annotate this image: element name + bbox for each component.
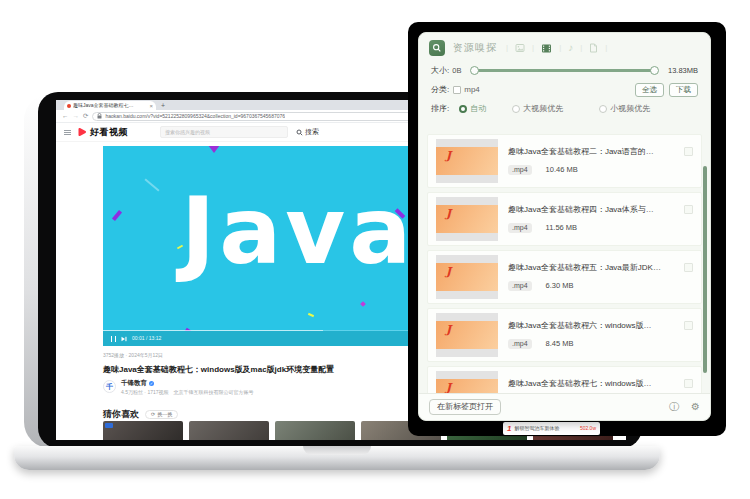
laptop-base <box>14 446 660 470</box>
search-button[interactable]: 搜索 <box>296 127 319 137</box>
refresh-label: 换一换 <box>157 412 172 417</box>
thumb-glyph: J <box>446 382 451 393</box>
hot-heat: 502.0w <box>580 426 596 431</box>
resource-thumbnail: J <box>436 371 498 393</box>
search-input[interactable]: 搜索你感兴趣的视频 <box>160 126 288 138</box>
item-checkbox[interactable] <box>684 147 693 156</box>
item-checkbox[interactable] <box>684 263 693 272</box>
size-label: 大小: <box>431 67 449 75</box>
radio-icon <box>599 105 607 113</box>
haokan-logo[interactable]: 好看视频 <box>77 127 128 137</box>
resource-item[interactable]: J 趣味Java全套基础教程六：windows版… .mp4 8.45 MB <box>427 308 702 362</box>
tab-title: 趣味Java全套基础教程七… <box>73 103 147 108</box>
panel-header: 资源嗅探 | | | ♪ | | <box>419 33 710 58</box>
search-box: 搜索你感兴趣的视频 搜索 <box>160 126 319 138</box>
refresh-button[interactable]: ⟳ 换一换 <box>145 410 178 419</box>
separator: | <box>532 44 534 52</box>
logo-text: 好看视频 <box>90 128 128 137</box>
video-thumbnail[interactable] <box>275 421 355 440</box>
file-ext-badge: .mp4 <box>508 339 532 349</box>
channel-name-row[interactable]: 千锋教育 ✓ <box>121 380 254 387</box>
sort-small-first-label: 小视频优先 <box>610 105 650 113</box>
size-filter-row: 大小: 0B 13.83MB <box>419 66 710 75</box>
slider-min-handle[interactable] <box>470 66 479 75</box>
sort-small-first-radio[interactable]: 小视频优先 <box>599 105 650 113</box>
resource-item[interactable]: J 趣味Java全套基础教程二：Java语言的… .mp4 10.46 MB <box>427 134 702 188</box>
item-checkbox[interactable] <box>684 379 693 388</box>
resource-title: 趣味Java全套基础教程四：Java体系与… <box>508 205 678 215</box>
thumb-glyph: J <box>446 324 451 335</box>
image-type-icon[interactable] <box>515 43 525 53</box>
browser-tab[interactable]: 趣味Java全套基础教程七… × <box>64 101 156 110</box>
channel-avatar[interactable]: 千 <box>103 380 116 393</box>
back-icon[interactable]: ← <box>62 113 69 120</box>
new-tab-button[interactable]: + <box>161 101 165 110</box>
resource-thumbnail: J <box>436 313 498 357</box>
hot-rank: 1 <box>507 425 511 433</box>
hot-text: 解锁智驾泊车新体验 <box>514 426 576 431</box>
hot-search-toast[interactable]: 1 解锁智驾泊车新体验 502.0w <box>503 422 600 435</box>
video-thumbnail[interactable] <box>103 421 183 440</box>
open-in-new-tab-button[interactable]: 在新标签页打开 <box>429 399 501 415</box>
download-button[interactable]: 下载 <box>669 83 698 97</box>
resource-title: 趣味Java全套基础教程六：windows版… <box>508 321 678 331</box>
thumbnail-badge <box>105 423 113 428</box>
resource-title: 趣味Java全套基础教程七：windows版… <box>508 379 678 389</box>
sniffer-app-icon <box>429 40 445 56</box>
channel-name: 千锋教育 <box>121 380 147 387</box>
channel-row: 千 千锋教育 ✓ 4.5万粉丝 · 1717视频 北京千锋互联科技有限公司官方账… <box>103 380 254 395</box>
resource-item[interactable]: J 趣味Java全套基础教程五：Java最新JDK… .mp4 6.30 MB <box>427 250 702 304</box>
size-max-value: 13.83MB <box>668 67 698 75</box>
scrollbar[interactable] <box>703 166 707 373</box>
thumb-glyph: J <box>446 150 451 161</box>
video-thumbnail[interactable] <box>189 421 269 440</box>
address-bar[interactable]: haokan.baidu.com/v?vid=5212252809965324&… <box>92 112 452 121</box>
mp4-checkbox[interactable] <box>453 86 461 94</box>
reload-icon[interactable]: ⟳ <box>83 113 88 120</box>
select-all-button[interactable]: 全选 <box>635 83 664 97</box>
separator: | <box>605 44 607 52</box>
search-button-label: 搜索 <box>305 127 319 137</box>
settings-icon[interactable]: ⚙ <box>691 402 700 412</box>
resource-item[interactable]: J 趣味Java全套基础教程四：Java体系与… .mp4 11.56 MB <box>427 192 702 246</box>
tab-favicon-icon <box>67 104 71 108</box>
pause-icon[interactable] <box>111 336 116 342</box>
item-checkbox[interactable] <box>684 205 693 214</box>
sort-row: 排序: 自动 大视频优先 小视频优先 <box>419 105 710 113</box>
item-checkbox[interactable] <box>684 321 693 330</box>
thumb-glyph: J <box>446 208 451 219</box>
forward-icon[interactable]: → <box>73 113 80 120</box>
category-label: 分类: <box>431 86 449 94</box>
verified-badge-icon: ✓ <box>149 381 154 386</box>
radio-icon <box>459 105 467 113</box>
sniffer-panel: 资源嗅探 | | | ♪ | | 大小: 0B 1 <box>418 32 711 421</box>
file-ext-badge: .mp4 <box>508 223 532 233</box>
video-type-icon[interactable] <box>541 43 552 54</box>
sort-large-first-label: 大视频优先 <box>523 105 563 113</box>
confetti <box>308 313 314 317</box>
resource-title: 趣味Java全套基础教程五：Java最新JDK… <box>508 263 678 273</box>
separator: | <box>506 44 508 52</box>
resource-list: J 趣味Java全套基础教程二：Java语言的… .mp4 10.46 MB J… <box>419 134 710 393</box>
time-display: 00:01 / 13:12 <box>132 336 161 341</box>
resource-item[interactable]: J 趣味Java全套基础教程七：windows版… .mp4 13.83 MB <box>427 366 702 393</box>
document-type-icon[interactable] <box>589 43 598 53</box>
sort-auto-radio[interactable]: 自动 <box>459 105 486 113</box>
padlock-icon <box>97 113 102 119</box>
info-icon[interactable]: ⓘ <box>669 402 679 412</box>
confetti <box>144 178 159 191</box>
separator: | <box>559 44 561 52</box>
category-filter-row: 分类: mp4 全选 下载 <box>419 83 710 97</box>
music-type-icon[interactable]: ♪ <box>568 43 573 53</box>
tab-close-icon[interactable]: × <box>149 103 153 109</box>
menu-icon[interactable] <box>64 130 71 135</box>
file-ext-badge: .mp4 <box>508 165 532 175</box>
size-range-slider[interactable] <box>471 66 658 75</box>
next-icon[interactable] <box>121 336 127 342</box>
slider-max-handle[interactable] <box>650 66 659 75</box>
laptop-notch <box>303 446 371 455</box>
file-ext-badge: .mp4 <box>508 281 532 291</box>
confetti <box>208 146 220 153</box>
video-title: 趣味Java全套基础教程七：windows版及mac版jdk环境变量配置 <box>103 366 334 374</box>
sort-large-first-radio[interactable]: 大视频优先 <box>512 105 563 113</box>
